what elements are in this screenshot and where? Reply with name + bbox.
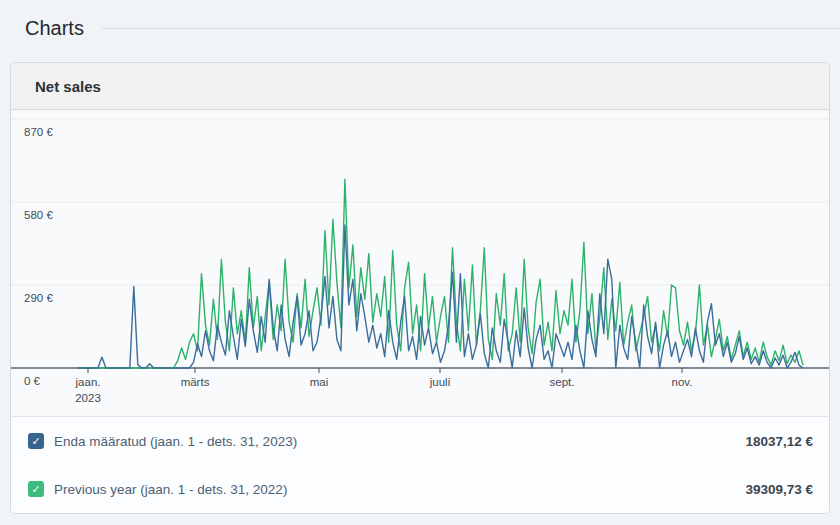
legend-value: 18037,12 €: [745, 434, 813, 449]
x-axis-label: nov.: [672, 376, 693, 388]
net-sales-chart: 0 €290 €580 €870 €jaan.2023märtsmaijuuli…: [11, 110, 829, 416]
y-axis-label: 0 €: [24, 375, 41, 387]
card-header: Net sales: [11, 63, 829, 110]
x-axis-year-label: 2023: [75, 392, 101, 404]
header-divider: [102, 28, 840, 29]
page-title: Charts: [25, 17, 84, 40]
legend-label: Enda määratud (jaan. 1 - dets. 31, 2023): [54, 434, 297, 449]
legend-row-previous-year[interactable]: ✓ Previous year (jaan. 1 - dets. 31, 202…: [11, 465, 829, 513]
x-axis-label: märts: [181, 376, 210, 388]
y-axis-label: 580 €: [24, 209, 53, 221]
x-axis-label: mai: [310, 376, 329, 388]
legend-checkbox[interactable]: ✓: [28, 481, 44, 497]
card-title: Net sales: [35, 78, 101, 95]
legend-value: 39309,73 €: [745, 482, 813, 497]
series-line-0: [78, 225, 803, 368]
page-header: Charts: [0, 0, 840, 44]
net-sales-chart-canvas: 0 €290 €580 €870 €jaan.2023märtsmaijuuli…: [11, 110, 829, 416]
x-axis-label: sept.: [550, 376, 575, 388]
checkmark-icon: ✓: [31, 483, 40, 496]
net-sales-card: Net sales 0 €290 €580 €870 €jaan.2023mär…: [10, 62, 830, 514]
y-axis-label: 290 €: [24, 292, 53, 304]
legend-label: Previous year (jaan. 1 - dets. 31, 2022): [54, 482, 287, 497]
chart-legend: ✓ Enda määratud (jaan. 1 - dets. 31, 202…: [11, 416, 829, 513]
checkmark-icon: ✓: [31, 435, 40, 448]
y-axis-label: 870 €: [24, 126, 53, 138]
legend-row-current-period[interactable]: ✓ Enda määratud (jaan. 1 - dets. 31, 202…: [11, 417, 829, 465]
x-axis-label: jaan.: [75, 376, 101, 388]
legend-checkbox[interactable]: ✓: [28, 433, 44, 449]
x-axis-label: juuli: [429, 376, 450, 388]
